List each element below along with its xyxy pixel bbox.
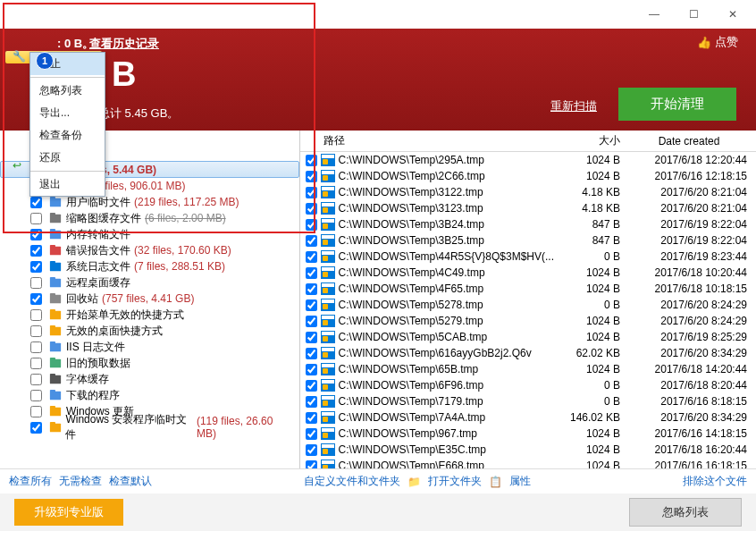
file-checkbox[interactable] — [306, 187, 317, 198]
category-row[interactable]: 系统日志文件 (7 files, 288.51 KB) — [0, 258, 299, 274]
start-clean-button[interactable]: 开始清理 — [618, 88, 736, 121]
no-check-link[interactable]: 无需检查 — [59, 474, 102, 489]
category-checkbox[interactable] — [30, 309, 42, 321]
menu-item-3[interactable]: 检查备份 — [30, 124, 105, 147]
category-checkbox[interactable] — [30, 358, 42, 369]
file-checkbox[interactable] — [306, 219, 317, 231]
file-row[interactable]: C:\WINDOWS\Temp\3B24.tmp847 B2017/6/19 8… — [300, 216, 756, 232]
menu-item-4[interactable]: 还原 — [30, 147, 105, 169]
category-stats: (6 files, 2.00 MB) — [145, 212, 226, 224]
category-row[interactable]: 远程桌面缓存 — [0, 274, 299, 291]
file-checkbox[interactable] — [306, 267, 317, 279]
file-row[interactable]: C:\WINDOWS\Temp\7179.tmp0 B2017/6/16 8:1… — [300, 393, 756, 409]
category-checkbox[interactable] — [30, 197, 42, 208]
category-checkbox[interactable] — [30, 277, 42, 289]
footer-bar: 升级到专业版 忽略列表 — [0, 493, 756, 531]
category-checkbox[interactable] — [30, 261, 42, 273]
file-checkbox[interactable] — [306, 171, 317, 182]
category-checkbox[interactable] — [30, 374, 42, 385]
file-row[interactable]: C:\WINDOWS\Temp\44R5S{V}8Q$3M$HV(...0 B2… — [300, 249, 756, 265]
category-checkbox[interactable] — [30, 213, 42, 224]
col-path[interactable]: 路径 — [306, 133, 554, 148]
category-row[interactable]: 下载的程序 — [0, 387, 299, 403]
col-size[interactable]: 大小 — [554, 133, 627, 148]
file-checkbox[interactable] — [306, 316, 317, 327]
file-checkbox[interactable] — [306, 364, 317, 375]
file-checkbox[interactable] — [306, 235, 317, 247]
file-checkbox[interactable] — [306, 348, 317, 359]
file-row[interactable]: C:\WINDOWS\Temp\4C49.tmp1024 B2017/6/18 … — [300, 265, 756, 281]
category-icon — [48, 420, 62, 434]
file-row[interactable]: C:\WINDOWS\Temp\2C66.tmp1024 B2017/6/16 … — [300, 168, 756, 184]
file-checkbox[interactable] — [306, 203, 317, 215]
file-row[interactable]: C:\WINDOWS\Temp\4F65.tmp1024 B2017/6/18 … — [300, 281, 756, 297]
ignore-list-button[interactable]: 忽略列表 — [629, 498, 742, 527]
category-checkbox[interactable] — [30, 229, 42, 240]
file-checkbox[interactable] — [306, 460, 317, 469]
file-checkbox[interactable] — [306, 428, 317, 440]
file-row[interactable]: C:\WINDOWS\Temp\5278.tmp0 B2017/6/20 8:2… — [300, 297, 756, 313]
file-row[interactable]: C:\WINDOWS\Temp\7A4A.tmp146.02 KB2017/6/… — [300, 409, 756, 426]
file-checkbox[interactable] — [306, 332, 317, 343]
file-row[interactable]: C:\WINDOWS\Temp\3122.tmp4.18 KB2017/6/20… — [300, 184, 756, 200]
file-row[interactable]: C:\WINDOWS\Temp\5CAB.tmp1024 B2017/6/19 … — [300, 329, 756, 345]
file-checkbox[interactable] — [306, 444, 317, 456]
menu-item-2[interactable]: 导出... — [30, 102, 105, 124]
file-checkbox[interactable] — [306, 299, 317, 311]
file-checkbox[interactable] — [306, 155, 317, 166]
category-checkbox[interactable] — [30, 406, 42, 417]
category-row[interactable]: 回收站 (757 files, 4.41 GB) — [0, 291, 299, 307]
category-checkbox[interactable] — [30, 390, 42, 401]
category-row[interactable]: 字体缓存 — [0, 371, 299, 387]
file-row[interactable]: C:\WINDOWS\Temp\616ayyGbB2j2.Q6v62.02 KB… — [300, 345, 756, 361]
file-row[interactable]: C:\WINDOWS\Temp\6F96.tmp0 B2017/6/18 8:2… — [300, 377, 756, 393]
file-row[interactable]: C:\WINDOWS\Temp\3123.tmp4.18 KB2017/6/20… — [300, 200, 756, 216]
file-checkbox[interactable] — [306, 412, 317, 424]
category-row[interactable]: 旧的预取数据 — [0, 355, 299, 371]
file-checkbox[interactable] — [306, 283, 317, 295]
category-row[interactable]: IIS 日志文件 — [0, 339, 299, 355]
close-button[interactable]: ✕ — [713, 2, 752, 27]
category-checkbox[interactable] — [30, 245, 42, 257]
category-row[interactable]: 无效的桌面快捷方式 — [0, 323, 299, 339]
menu-item-1[interactable]: 忽略列表 — [30, 80, 105, 102]
category-checkbox[interactable] — [30, 422, 42, 434]
file-row[interactable]: C:\WINDOWS\Temp\65B.tmp1024 B2017/6/18 1… — [300, 361, 756, 377]
category-checkbox[interactable] — [30, 293, 42, 305]
file-row[interactable]: C:\WINDOWS\Temp\E668.tmp1024 B2017/6/16 … — [300, 458, 756, 468]
file-row[interactable]: C:\WINDOWS\Temp\5279.tmp1024 B2017/6/20 … — [300, 313, 756, 329]
file-row[interactable]: C:\WINDOWS\Temp\E35C.tmp1024 B2017/6/18 … — [300, 442, 756, 458]
properties-link[interactable]: 属性 — [509, 474, 531, 489]
check-default-link[interactable]: 检查默认 — [109, 474, 152, 489]
category-row[interactable]: 缩略图缓存文件 (6 files, 2.00 MB) — [0, 210, 299, 226]
history-link[interactable]: 查看历史记录 — [89, 36, 159, 52]
file-row[interactable]: C:\WINDOWS\Temp\295A.tmp1024 B2017/6/18 … — [300, 152, 756, 168]
file-date: 2017/6/19 8:25:29 — [627, 331, 751, 343]
minimize-button[interactable]: — — [634, 2, 674, 27]
file-path: C:\WINDOWS\Temp\7179.tmp — [339, 395, 554, 408]
file-row[interactable]: C:\WINDOWS\Temp\3B25.tmp847 B2017/6/19 8… — [300, 232, 756, 249]
category-name: 远程桌面缓存 — [66, 275, 130, 291]
category-row[interactable]: Windows 安装程序临时文件 (119 files, 26.60 MB) — [0, 419, 299, 435]
file-checkbox[interactable] — [306, 396, 317, 408]
category-name: 系统日志文件 — [66, 259, 130, 274]
file-row[interactable]: C:\WINDOWS\Temp\967.tmp1024 B2017/6/16 1… — [300, 426, 756, 442]
maximize-button[interactable]: ☐ — [674, 2, 713, 27]
check-all-link[interactable]: 检查所有 — [9, 474, 52, 489]
file-checkbox[interactable] — [306, 251, 317, 263]
rescan-link[interactable]: 重新扫描 — [550, 98, 597, 114]
category-checkbox[interactable] — [30, 341, 42, 353]
svg-rect-24 — [50, 359, 61, 368]
menu-item-5[interactable]: 退出 — [30, 173, 105, 196]
file-checkbox[interactable] — [306, 380, 317, 392]
category-row[interactable]: 内存转储文件 — [0, 226, 299, 242]
col-date[interactable]: Date created — [627, 135, 751, 148]
custom-files-link[interactable]: 自定义文件和文件夹 — [304, 474, 400, 489]
open-folder-link[interactable]: 打开文件夹 — [428, 474, 482, 489]
like-button[interactable]: 👍 点赞 — [697, 34, 738, 50]
exclude-file-link[interactable]: 排除这个文件 — [683, 474, 747, 489]
category-row[interactable]: 开始菜单无效的快捷方式 — [0, 307, 299, 323]
category-row[interactable]: 错误报告文件 (32 files, 170.60 KB) — [0, 242, 299, 258]
category-checkbox[interactable] — [30, 325, 42, 337]
upgrade-button[interactable]: 升级到专业版 — [14, 499, 123, 526]
